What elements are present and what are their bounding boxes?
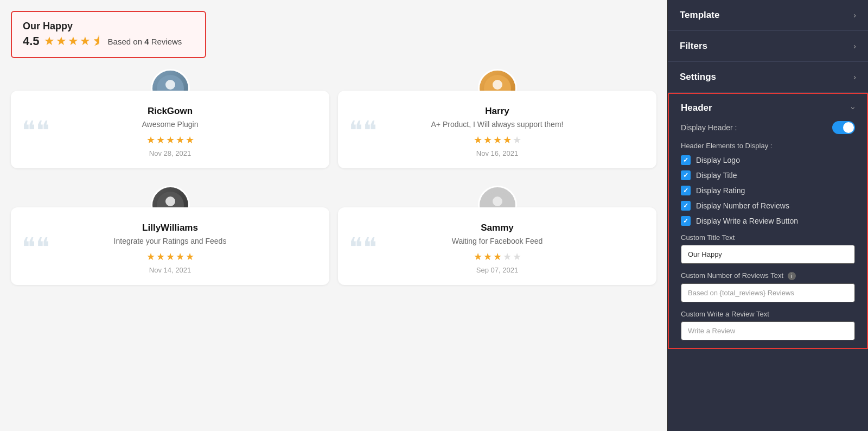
based-on-text: Based on 4 Reviews: [108, 37, 182, 46]
display-header-label: Display Header :: [681, 123, 737, 132]
header-section-expanded: Header › Display Header : Header Element…: [668, 93, 868, 349]
header-section-label: Header: [681, 103, 712, 113]
display-rating-checkbox[interactable]: [681, 186, 691, 195]
review-stars-3: ★ ★ ★ ★ ★: [146, 251, 194, 263]
custom-title-input[interactable]: [681, 245, 855, 264]
display-title-checkbox[interactable]: [681, 170, 691, 180]
checkbox-display-rating: Display Rating: [681, 186, 855, 195]
display-logo-checkbox[interactable]: [681, 155, 691, 165]
display-num-reviews-checkbox[interactable]: [681, 201, 691, 211]
custom-num-reviews-label: Custom Number of Reviews Text i: [681, 271, 855, 280]
reviewer-name-3: LillyWilliams: [142, 223, 198, 233]
custom-write-review-label: Custom Write a Review Text: [681, 310, 855, 318]
review-card-1: ❝❝ RickGown Awesome Plugin ★ ★ ★ ★ ★ Nov…: [11, 91, 329, 168]
checkbox-display-logo: Display Logo: [681, 155, 855, 165]
display-rating-label: Display Rating: [696, 186, 745, 195]
star-2: ★: [56, 34, 67, 48]
settings-chevron-icon: ›: [853, 73, 856, 81]
display-num-reviews-label: Display Number of Reviews: [696, 201, 789, 210]
review-card-outer-1: ❝❝ RickGown Awesome Plugin ★ ★ ★ ★ ★ Nov…: [11, 69, 329, 168]
review-stars-1: ★ ★ ★ ★ ★: [146, 134, 194, 146]
reviewer-name-2: Harry: [485, 106, 509, 117]
header-summary-box: Our Happy 4.5 ★ ★ ★ ★ ⯨ Based on 4 Revie…: [11, 11, 206, 58]
elements-label: Header Elements to Display :: [681, 142, 855, 150]
review-date-2: Nov 16, 2021: [476, 149, 518, 157]
review-text-3: Integrate your Ratings and Feeds: [114, 237, 227, 245]
review-stars-4: ★ ★ ★ ★ ★: [474, 251, 521, 263]
svg-point-7: [165, 197, 175, 206]
header-controls: Display Header : Header Elements to Disp…: [669, 113, 867, 348]
review-card-4: ❝❝ Sammy Waiting for Facebook Feed ★ ★ ★…: [338, 207, 656, 285]
review-text-4: Waiting for Facebook Feed: [452, 237, 543, 245]
template-section-label: Template: [680, 10, 719, 21]
review-card-outer-4: ❝❝ Sammy Waiting for Facebook Feed ★ ★ ★…: [338, 186, 656, 285]
display-write-review-checkbox[interactable]: [681, 216, 691, 226]
sidebar-section-settings[interactable]: Settings ›: [668, 62, 868, 93]
display-write-review-label: Display Write a Review Button: [696, 217, 798, 225]
reviewer-name-4: Sammy: [481, 223, 513, 233]
quote-icon-1: ❝❝: [22, 118, 50, 144]
quote-icon-4: ❝❝: [349, 234, 377, 261]
summary-title: Our Happy: [23, 21, 194, 32]
filters-chevron-icon: ›: [853, 42, 856, 50]
checkbox-display-num-reviews: Display Number of Reviews: [681, 201, 855, 211]
review-grid: ❝❝ RickGown Awesome Plugin ★ ★ ★ ★ ★ Nov…: [11, 69, 656, 294]
rating-number: 4.5: [23, 34, 40, 48]
star-5-half: ⯨: [92, 34, 104, 48]
template-chevron-icon: ›: [853, 11, 856, 20]
display-header-row: Display Header :: [681, 121, 855, 134]
svg-point-1: [165, 80, 175, 90]
checkbox-display-title: Display Title: [681, 170, 855, 180]
display-title-label: Display Title: [696, 171, 737, 180]
review-date-1: Nov 28, 2021: [149, 149, 191, 157]
review-card-3: ❝❝ LillyWilliams Integrate your Ratings …: [11, 207, 329, 285]
review-stars-2: ★ ★ ★ ★ ★: [474, 134, 521, 146]
review-row-2: ❝❝ LillyWilliams Integrate your Ratings …: [11, 186, 656, 285]
filters-section-label: Filters: [680, 41, 707, 52]
review-text-1: Awesome Plugin: [142, 120, 198, 129]
review-card-outer-3: ❝❝ LillyWilliams Integrate your Ratings …: [11, 186, 329, 285]
svg-point-4: [493, 80, 502, 90]
sidebar: Template › Filters › Settings › Header ›…: [667, 0, 868, 431]
display-header-toggle[interactable]: [832, 121, 855, 134]
review-row-1: ❝❝ RickGown Awesome Plugin ★ ★ ★ ★ ★ Nov…: [11, 69, 656, 168]
star-3: ★: [68, 34, 79, 48]
review-count: 4: [144, 37, 149, 46]
custom-num-reviews-info-icon[interactable]: i: [788, 272, 796, 280]
header-chevron-icon: ›: [850, 107, 858, 110]
sidebar-section-filters[interactable]: Filters ›: [668, 31, 868, 62]
header-title-row[interactable]: Header ›: [669, 94, 867, 113]
main-content: Our Happy 4.5 ★ ★ ★ ★ ⯨ Based on 4 Revie…: [0, 0, 667, 431]
review-text-2: A+ Product, I Will always support them!: [431, 120, 564, 129]
quote-icon-2: ❝❝: [349, 118, 377, 144]
review-date-4: Sep 07, 2021: [476, 266, 518, 274]
rating-row: 4.5 ★ ★ ★ ★ ⯨ Based on 4 Reviews: [23, 34, 194, 48]
review-card-outer-2: ❝❝ Harry A+ Product, I Will always suppo…: [338, 69, 656, 168]
custom-write-review-input[interactable]: [681, 321, 855, 340]
review-date-3: Nov 14, 2021: [149, 266, 191, 274]
display-logo-label: Display Logo: [696, 156, 740, 164]
star-1: ★: [44, 34, 55, 48]
quote-icon-3: ❝❝: [22, 234, 50, 261]
summary-stars: ★ ★ ★ ★ ⯨: [44, 34, 104, 48]
sidebar-section-template[interactable]: Template ›: [668, 0, 868, 31]
svg-point-10: [493, 197, 502, 206]
custom-num-reviews-input[interactable]: [681, 283, 855, 302]
checkbox-display-write-review: Display Write a Review Button: [681, 216, 855, 226]
review-card-2: ❝❝ Harry A+ Product, I Will always suppo…: [338, 91, 656, 168]
custom-title-label: Custom Title Text: [681, 233, 855, 242]
star-4: ★: [80, 34, 91, 48]
settings-section-label: Settings: [680, 72, 716, 83]
reviewer-name-1: RickGown: [148, 106, 193, 117]
